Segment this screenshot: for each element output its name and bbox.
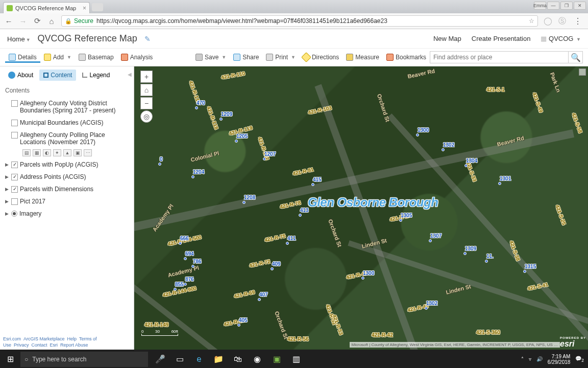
address-point[interactable] — [485, 260, 488, 263]
address-point[interactable] — [179, 242, 182, 245]
content-tab[interactable]: Content — [39, 70, 76, 81]
tool-icon[interactable]: ◐ — [43, 149, 51, 156]
address-point[interactable] — [271, 267, 274, 270]
address-point[interactable] — [195, 106, 198, 109]
task-view-icon[interactable]: ▭ — [170, 350, 189, 368]
details-button[interactable]: Details — [5, 52, 40, 63]
tab-close-icon[interactable]: × — [83, 5, 86, 12]
minimize-button[interactable]: — — [547, 2, 559, 10]
search-button[interactable]: 🔍 — [568, 51, 582, 63]
bookmarks-button[interactable]: Bookmarks — [383, 52, 430, 63]
address-point[interactable] — [311, 183, 314, 186]
layer-checkbox[interactable] — [11, 186, 18, 193]
user-menu[interactable]: ▦ QVCOG ▼ — [541, 35, 581, 42]
tool-icon[interactable]: ▣ — [74, 149, 82, 156]
layer-item[interactable]: ▶ Pict 2017 — [3, 195, 131, 208]
expand-icon[interactable]: ▶ — [4, 210, 9, 216]
address-point[interactable] — [286, 242, 289, 245]
expand-icon[interactable] — [4, 100, 9, 101]
layer-item[interactable]: ▶ Parcels with PopUp (ACGIS) — [3, 158, 131, 171]
share-button[interactable]: Share — [230, 52, 262, 63]
fullscreen-button[interactable] — [579, 68, 586, 76]
address-point[interactable] — [299, 214, 302, 217]
taskbar-search[interactable]: ○Type here to search — [20, 352, 148, 367]
address-point[interactable] — [158, 163, 161, 166]
network-icon[interactable]: ▿ — [529, 356, 531, 362]
app-icon[interactable]: ▣ — [267, 350, 286, 368]
address-point[interactable] — [523, 270, 526, 273]
address-point[interactable] — [463, 252, 467, 255]
address-point[interactable] — [219, 118, 223, 121]
zoom-in-button[interactable]: + — [140, 71, 153, 83]
start-button[interactable]: ⊞ — [0, 350, 20, 368]
footer-link[interactable]: Report Abuse — [60, 342, 88, 348]
address-point[interactable] — [184, 257, 187, 260]
layer-item[interactable]: ▶ Address Points (ACGIS) — [3, 171, 131, 183]
layer-radio[interactable] — [11, 211, 17, 217]
layer-checkbox[interactable] — [11, 162, 18, 168]
address-point[interactable] — [235, 140, 238, 143]
expand-icon[interactable] — [4, 119, 9, 120]
home-button[interactable]: ⌂ — [47, 16, 56, 26]
tool-icon[interactable]: ▦ — [33, 149, 41, 156]
directions-button[interactable]: Directions — [299, 52, 342, 63]
address-point[interactable] — [425, 307, 428, 310]
tool-icon[interactable]: ▤ — [22, 149, 31, 156]
default-extent-button[interactable]: ⌂ — [140, 84, 153, 96]
more-icon[interactable]: ⋯ — [84, 149, 92, 156]
analysis-button[interactable]: Analysis — [117, 52, 157, 63]
layer-item[interactable]: Allegheny County Voting District Boundar… — [3, 97, 131, 117]
expand-icon[interactable]: ▶ — [4, 186, 9, 192]
taskbar-mic-icon[interactable]: 🎤 — [151, 350, 169, 368]
save-button[interactable]: Save▼ — [192, 52, 230, 63]
address-point[interactable] — [464, 164, 468, 167]
zoom-out-button[interactable]: − — [140, 97, 153, 109]
extension-icon[interactable]: ◯ — [543, 16, 552, 26]
tool-icon[interactable]: ✦ — [53, 149, 61, 156]
volume-icon[interactable]: 🔊 — [536, 356, 543, 362]
footer-link[interactable]: Contact — [32, 342, 47, 348]
address-point[interactable] — [429, 239, 432, 242]
layer-item[interactable]: ▶ Parcels with Dimenensions — [3, 183, 131, 195]
expand-icon[interactable]: ▶ — [4, 173, 9, 179]
layer-checkbox[interactable] — [11, 198, 18, 205]
forward-button[interactable]: → — [18, 16, 28, 26]
edit-title-icon[interactable]: ✎ — [144, 35, 151, 43]
footer-link[interactable]: Esri.com — [3, 336, 21, 341]
star-icon[interactable]: ☆ — [529, 17, 534, 25]
layer-checkbox[interactable] — [11, 100, 18, 107]
back-button[interactable]: ← — [4, 16, 13, 26]
address-point[interactable] — [191, 175, 194, 178]
collapse-panel-icon[interactable]: ◀ — [128, 72, 132, 77]
expand-icon[interactable]: ▶ — [4, 161, 9, 167]
address-point[interactable] — [184, 283, 187, 286]
address-point[interactable] — [498, 182, 501, 185]
address-point[interactable] — [191, 265, 194, 268]
expand-icon[interactable]: ▶ — [4, 198, 9, 204]
address-point[interactable] — [237, 324, 240, 327]
footer-link[interactable]: Esri — [50, 342, 58, 348]
address-point[interactable] — [361, 277, 364, 280]
create-presentation-link[interactable]: Create Presentation — [472, 35, 531, 42]
maximize-button[interactable]: ❐ — [560, 2, 573, 10]
address-point[interactable] — [242, 201, 246, 204]
footer-link[interactable]: ArcGIS Marketplace — [23, 336, 65, 341]
footer-link[interactable]: Help — [67, 336, 77, 341]
legend-tab[interactable]: Legend — [78, 70, 114, 81]
edge-icon[interactable]: e — [190, 350, 208, 368]
user-chip[interactable]: Emma — [534, 2, 546, 10]
browser-tab[interactable]: QVCOG Reference Map × — [3, 2, 90, 13]
omnibox[interactable]: 🔒 Secure https://qvcog.maps.arcgis.com/h… — [61, 15, 538, 27]
layer-checkbox[interactable] — [11, 120, 18, 126]
address-point[interactable] — [263, 157, 266, 160]
layer-checkbox[interactable] — [11, 174, 18, 180]
tool-icon[interactable]: ▲ — [63, 149, 71, 156]
address-point[interactable] — [258, 298, 261, 301]
home-link[interactable]: Home▼ — [7, 34, 31, 43]
store-icon[interactable]: 🛍 — [229, 350, 247, 368]
expand-icon[interactable] — [4, 131, 9, 132]
address-point[interactable] — [416, 133, 419, 136]
map-canvas[interactable]: + ⌂ − ◎ Glen Osborne Borough 421-R-11042… — [134, 66, 588, 350]
extension-icon-2[interactable]: Ⓢ — [557, 16, 567, 26]
layer-item[interactable]: Municipal Boundaries (ACGIS) — [3, 117, 131, 129]
